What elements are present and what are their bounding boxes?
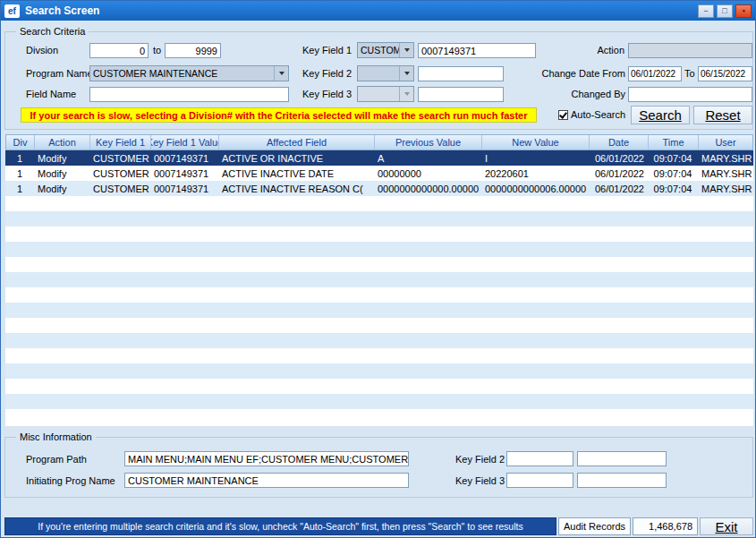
search-screen-window: ef Search Screen − □ ▪ Search Criteria D… xyxy=(0,0,756,538)
results-header-row: DivActionKey Field 1Key Field 1 ValueAff… xyxy=(5,134,753,150)
division-label: Divsion xyxy=(26,45,58,56)
table-cell: 00000000 xyxy=(374,168,481,179)
reset-button[interactable]: Reset xyxy=(693,106,752,124)
table-cell: 06/01/2022 xyxy=(589,184,648,194)
chevron-down-icon xyxy=(399,66,413,81)
table-cell: 0007149371 xyxy=(150,184,218,194)
column-header-action[interactable]: Action xyxy=(35,135,90,149)
misc-key-field-2-input-1[interactable] xyxy=(506,451,573,466)
table-cell: 09:07:04 xyxy=(648,168,698,179)
close-button[interactable]: ▪ xyxy=(735,4,752,18)
table-cell: A xyxy=(374,153,481,164)
action-label: Action xyxy=(565,45,624,56)
results-body: 1ModifyCUSTOMER0007149371ACTIVE OR INACT… xyxy=(5,150,753,426)
column-header-new-value[interactable]: New Value xyxy=(482,135,590,149)
field-name-input[interactable] xyxy=(89,87,289,102)
table-row-empty[interactable] xyxy=(5,196,753,211)
column-header-date[interactable]: Date xyxy=(590,135,649,149)
changed-by-input[interactable] xyxy=(628,87,752,102)
audit-records-count: 1,468,678 xyxy=(633,517,698,535)
column-header-affected-field[interactable]: Affected Field xyxy=(219,135,375,149)
column-header-time[interactable]: Time xyxy=(649,135,699,149)
column-header-key-field-1-value[interactable]: Key Field 1 Value xyxy=(151,135,219,149)
checkbox-checked-icon xyxy=(558,110,568,120)
change-date-to-input[interactable]: 06/15/2022 xyxy=(698,66,752,81)
chevron-down-icon xyxy=(274,66,288,81)
key-field-1-label: Key Field 1 xyxy=(302,45,352,56)
column-header-previous-value[interactable]: Previous Value xyxy=(375,135,482,149)
titlebar[interactable]: ef Search Screen − □ ▪ xyxy=(1,1,755,21)
misc-information-section: Misc Information xyxy=(4,437,753,498)
action-input[interactable] xyxy=(628,43,752,58)
key-field-2-combo[interactable] xyxy=(357,65,414,81)
column-header-user[interactable]: User xyxy=(699,135,752,149)
table-cell: Modify xyxy=(34,153,89,164)
table-row-empty[interactable] xyxy=(5,242,753,257)
table-cell: 0000000000006.00000 xyxy=(481,184,589,194)
table-row-empty[interactable] xyxy=(5,303,753,318)
division-from-input[interactable]: 0 xyxy=(89,43,149,58)
key-field-1-combo[interactable]: CUSTOMER xyxy=(357,42,414,58)
table-row-empty[interactable] xyxy=(5,257,753,272)
misc-key-field-3-input-1[interactable] xyxy=(506,473,573,488)
misc-key-field-3-input-2[interactable] xyxy=(577,473,667,488)
table-cell: 09:07:04 xyxy=(648,184,698,194)
chevron-down-icon xyxy=(399,87,413,101)
table-row-empty[interactable] xyxy=(5,348,753,363)
table-cell: 20220601 xyxy=(481,168,589,179)
key-field-2-label: Key Field 2 xyxy=(302,68,352,79)
table-cell: MARY.SHR xyxy=(698,168,753,179)
table-row-empty[interactable] xyxy=(5,287,753,303)
change-date-from-input[interactable]: 06/01/2022 xyxy=(628,66,682,81)
auto-search-checkbox[interactable]: Auto-Search xyxy=(558,109,625,120)
key-field-3-combo[interactable] xyxy=(357,86,414,102)
program-path-input[interactable]: MAIN MENU;MAIN MENU EF;CUSTOMER MENU;CUS… xyxy=(124,451,409,466)
table-cell: ACTIVE INACTIVE REASON C( xyxy=(218,184,374,194)
search-button[interactable]: Search xyxy=(631,106,690,124)
window-title: Search Screen xyxy=(25,4,695,17)
table-cell: 0007149371 xyxy=(150,168,218,179)
table-row-empty[interactable] xyxy=(5,333,753,348)
table-row[interactable]: 1ModifyCUSTOMER0007149371ACTIVE INACTIVE… xyxy=(5,166,753,181)
chevron-down-icon xyxy=(399,43,413,57)
key-field-3-value-input[interactable] xyxy=(418,87,504,102)
program-name-combo[interactable]: CUSTOMER MAINTENANCE xyxy=(89,65,289,81)
table-cell: 0007149371 xyxy=(150,153,218,164)
table-cell: MARY.SHR xyxy=(698,153,753,164)
division-to-input[interactable]: 9999 xyxy=(165,43,221,58)
table-cell: 0000000000000.00000 xyxy=(374,184,481,194)
table-cell: Modify xyxy=(34,184,89,194)
division-to-label: to xyxy=(153,45,161,56)
initiating-prog-name-input[interactable]: CUSTOMER MAINTENANCE xyxy=(124,473,409,488)
audit-records-label: Audit Records xyxy=(558,517,631,535)
changed-by-label: Changed By xyxy=(563,89,625,99)
app-icon: ef xyxy=(4,4,20,18)
table-row-empty[interactable] xyxy=(5,211,753,226)
table-row[interactable]: 1ModifyCUSTOMER0007149371ACTIVE INACTIVE… xyxy=(5,181,753,196)
table-row-empty[interactable] xyxy=(5,409,753,424)
table-cell: 1 xyxy=(5,168,34,179)
table-row-empty[interactable] xyxy=(5,226,753,242)
misc-key-field-3-label: Key Field 3 xyxy=(455,475,505,486)
table-row-empty[interactable] xyxy=(5,379,753,394)
exit-button[interactable]: Exit xyxy=(700,517,753,535)
key-field-2-value-input[interactable] xyxy=(418,66,504,81)
maximize-button[interactable]: □ xyxy=(717,4,733,18)
table-row-empty[interactable] xyxy=(5,318,753,333)
table-row-empty[interactable] xyxy=(5,363,753,379)
column-header-div[interactable]: Div xyxy=(6,135,35,149)
status-message: If you're entering multiple search crite… xyxy=(4,517,556,535)
table-cell: MARY.SHR xyxy=(698,184,753,194)
table-cell: 06/01/2022 xyxy=(589,168,648,179)
column-header-key-field-1[interactable]: Key Field 1 xyxy=(90,135,151,149)
table-row-empty[interactable] xyxy=(5,394,753,409)
table-row[interactable]: 1ModifyCUSTOMER0007149371ACTIVE OR INACT… xyxy=(5,150,753,166)
misc-key-field-2-input-2[interactable] xyxy=(577,451,667,466)
minimize-button[interactable]: − xyxy=(698,4,714,18)
key-field-1-value-input[interactable]: 0007149371 xyxy=(418,43,536,58)
key-field-3-label: Key Field 3 xyxy=(302,89,352,99)
table-cell: ACTIVE OR INACTIVE xyxy=(218,153,374,164)
table-cell: CUSTOMER xyxy=(89,153,150,164)
table-row-empty[interactable] xyxy=(5,272,753,287)
program-path-label: Program Path xyxy=(26,454,87,465)
